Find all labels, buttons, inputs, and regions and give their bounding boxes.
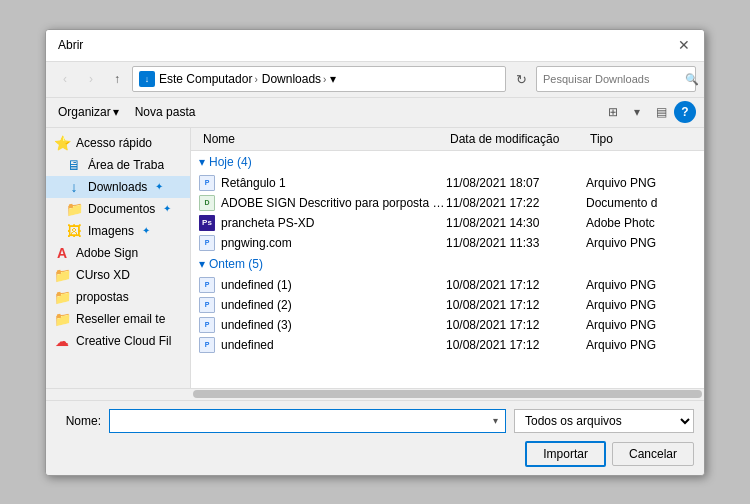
sidebar-label: Área de Traba bbox=[88, 158, 164, 172]
column-type[interactable]: Tipo bbox=[586, 130, 696, 148]
action-row: Importar Cancelar bbox=[56, 441, 694, 467]
navigation-toolbar: ‹ › ↑ ↓ Este Computador › Downloads › ▾ … bbox=[46, 62, 704, 98]
horizontal-scrollbar[interactable] bbox=[193, 390, 702, 398]
png-icon: P bbox=[199, 317, 215, 333]
sidebar-label: Acesso rápido bbox=[76, 136, 152, 150]
png-icon: P bbox=[199, 175, 215, 191]
table-row[interactable]: P Retângulo 1 11/08/2021 18:07 Arquivo P… bbox=[191, 173, 704, 193]
sidebar-item-acesso-rapido[interactable]: ⭐ Acesso rápido bbox=[46, 132, 190, 154]
file-name: undefined bbox=[221, 338, 274, 352]
up-button[interactable]: ↑ bbox=[106, 68, 128, 90]
folder-icon: 📁 bbox=[54, 311, 70, 327]
column-date[interactable]: Data de modificação bbox=[446, 130, 586, 148]
filename-label: Nome: bbox=[56, 414, 101, 428]
png-icon: P bbox=[199, 235, 215, 251]
table-row[interactable]: P undefined (3) 10/08/2021 17:12 Arquivo… bbox=[191, 315, 704, 335]
sidebar-label: Creative Cloud Fil bbox=[76, 334, 171, 348]
sidebar-item-documentos[interactable]: 📁 Documentos ✦ bbox=[46, 198, 190, 220]
view-panel-button[interactable]: ▤ bbox=[650, 101, 672, 123]
file-date: 10/08/2021 17:12 bbox=[446, 298, 586, 312]
forward-button[interactable]: › bbox=[80, 68, 102, 90]
group-label: Ontem (5) bbox=[209, 257, 263, 271]
images-icon: 🖼 bbox=[66, 223, 82, 239]
folder-icon: 📁 bbox=[54, 289, 70, 305]
import-button[interactable]: Importar bbox=[525, 441, 606, 467]
cancel-button[interactable]: Cancelar bbox=[612, 442, 694, 466]
sidebar-label: CUrso XD bbox=[76, 268, 130, 282]
breadcrumb-downloads: Downloads › bbox=[262, 72, 327, 86]
file-type: Arquivo PNG bbox=[586, 176, 696, 190]
sidebar-label: Adobe Sign bbox=[76, 246, 138, 260]
column-name[interactable]: Nome bbox=[199, 130, 446, 148]
organize-button[interactable]: Organizar ▾ bbox=[54, 103, 123, 121]
file-name-cell: P undefined (1) bbox=[199, 277, 446, 293]
sidebar-label: Downloads bbox=[88, 180, 147, 194]
group-label: Hoje (4) bbox=[209, 155, 252, 169]
filename-row: Nome: ▾ Todos os arquivos bbox=[56, 409, 694, 433]
desktop-icon: 🖥 bbox=[66, 157, 82, 173]
search-box: 🔍 bbox=[536, 66, 696, 92]
sidebar-item-propostas[interactable]: 📁 propostas bbox=[46, 286, 190, 308]
folder-icon: 📁 bbox=[54, 267, 70, 283]
view-grid-button[interactable]: ⊞ bbox=[602, 101, 624, 123]
sidebar-item-area-trabalho[interactable]: 🖥 Área de Traba bbox=[46, 154, 190, 176]
group-collapse-icon: ▾ bbox=[199, 155, 205, 169]
table-row[interactable]: P undefined 10/08/2021 17:12 Arquivo PNG bbox=[191, 335, 704, 355]
file-name-cell: Ps prancheta PS-XD bbox=[199, 215, 446, 231]
file-date: 11/08/2021 17:22 bbox=[446, 196, 586, 210]
starred-badge: ✦ bbox=[163, 203, 171, 214]
sidebar-item-downloads[interactable]: ↓ Downloads ✦ bbox=[46, 176, 190, 198]
file-list: Nome Data de modificação Tipo ▾ Hoje (4)… bbox=[191, 128, 704, 388]
drive-icon: ↓ bbox=[139, 71, 155, 87]
breadcrumb-dropdown-button[interactable]: ▾ bbox=[330, 72, 336, 86]
ps-icon: Ps bbox=[199, 215, 215, 231]
filename-input[interactable] bbox=[110, 412, 485, 430]
close-button[interactable]: ✕ bbox=[676, 37, 692, 53]
file-name: pngwing.com bbox=[221, 236, 292, 250]
search-icon: 🔍 bbox=[685, 73, 699, 86]
sidebar-item-creative-cloud[interactable]: ☁ Creative Cloud Fil bbox=[46, 330, 190, 352]
file-date: 11/08/2021 14:30 bbox=[446, 216, 586, 230]
file-type: Arquivo PNG bbox=[586, 298, 696, 312]
view-dropdown-button[interactable]: ▾ bbox=[626, 101, 648, 123]
cloud-icon: ☁ bbox=[54, 333, 70, 349]
organize-label: Organizar bbox=[58, 105, 111, 119]
sidebar-item-imagens[interactable]: 🖼 Imagens ✦ bbox=[46, 220, 190, 242]
sidebar-item-reseller[interactable]: 📁 Reseller email te bbox=[46, 308, 190, 330]
file-name-cell: D ADOBE SIGN Descritivo para porposta (1… bbox=[199, 195, 446, 211]
adobe-sign-icon: A bbox=[54, 245, 70, 261]
file-type: Arquivo PNG bbox=[586, 236, 696, 250]
file-type: Documento d bbox=[586, 196, 696, 210]
file-name-cell: P Retângulo 1 bbox=[199, 175, 446, 191]
back-button[interactable]: ‹ bbox=[54, 68, 76, 90]
view-controls: ⊞ ▾ ▤ ? bbox=[602, 101, 696, 123]
sidebar-label: Documentos bbox=[88, 202, 155, 216]
help-button[interactable]: ? bbox=[674, 101, 696, 123]
table-row[interactable]: P undefined (2) 10/08/2021 17:12 Arquivo… bbox=[191, 295, 704, 315]
group-header-ontem[interactable]: ▾ Ontem (5) bbox=[191, 253, 704, 275]
filetype-select[interactable]: Todos os arquivos bbox=[514, 409, 694, 433]
table-row[interactable]: D ADOBE SIGN Descritivo para porposta (1… bbox=[191, 193, 704, 213]
sidebar-item-adobe-sign[interactable]: A Adobe Sign bbox=[46, 242, 190, 264]
file-date: 10/08/2021 17:12 bbox=[446, 338, 586, 352]
main-content: ⭐ Acesso rápido 🖥 Área de Traba ↓ Downlo… bbox=[46, 128, 704, 388]
file-name: undefined (1) bbox=[221, 278, 292, 292]
file-name: undefined (2) bbox=[221, 298, 292, 312]
file-list-header: Nome Data de modificação Tipo bbox=[191, 128, 704, 151]
filename-dropdown-button[interactable]: ▾ bbox=[485, 410, 505, 432]
bottom-bar: Nome: ▾ Todos os arquivos Importar Cance… bbox=[46, 400, 704, 475]
open-dialog: Abrir ✕ ‹ › ↑ ↓ Este Computador › Downlo… bbox=[45, 29, 705, 476]
group-header-hoje[interactable]: ▾ Hoje (4) bbox=[191, 151, 704, 173]
file-name-cell: P undefined (2) bbox=[199, 297, 446, 313]
table-row[interactable]: Ps prancheta PS-XD 11/08/2021 14:30 Adob… bbox=[191, 213, 704, 233]
table-row[interactable]: P pngwing.com 11/08/2021 11:33 Arquivo P… bbox=[191, 233, 704, 253]
file-date: 10/08/2021 17:12 bbox=[446, 318, 586, 332]
secondary-toolbar: Organizar ▾ Nova pasta ⊞ ▾ ▤ ? bbox=[46, 98, 704, 128]
file-type: Arquivo PNG bbox=[586, 318, 696, 332]
file-name-cell: P pngwing.com bbox=[199, 235, 446, 251]
refresh-button[interactable]: ↻ bbox=[510, 68, 532, 90]
search-input[interactable] bbox=[543, 73, 681, 85]
sidebar-item-curso-xd[interactable]: 📁 CUrso XD bbox=[46, 264, 190, 286]
new-folder-button[interactable]: Nova pasta bbox=[131, 103, 200, 121]
table-row[interactable]: P undefined (1) 10/08/2021 17:12 Arquivo… bbox=[191, 275, 704, 295]
